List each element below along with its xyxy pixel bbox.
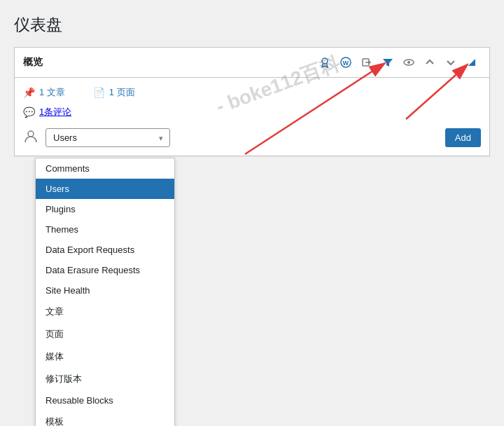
pin-icon: 📌 [23, 87, 35, 98]
widget-container: 概览 W [14, 47, 490, 156]
dropdown-item[interactable]: Reusable Blocks [36, 390, 174, 411]
svg-point-8 [28, 131, 34, 137]
pages-stat: 📄 1 页面 [93, 86, 135, 99]
svg-text:W: W [343, 60, 349, 67]
stats-row: 📌 1 文章 📄 1 页面 [23, 86, 481, 99]
filter-icon[interactable] [379, 53, 397, 71]
dropdown-item[interactable]: Comments [36, 158, 174, 179]
page-title: 仪表盘 [14, 14, 490, 36]
chevron-up-icon[interactable] [421, 53, 439, 71]
dropdown-item[interactable]: Users [36, 179, 174, 199]
dropdown-item[interactable]: Themes [36, 219, 174, 240]
dropdown-item[interactable]: 文章 [36, 301, 174, 323]
pages-link[interactable]: 1 页面 [109, 86, 135, 99]
wordpress-icon[interactable]: W [337, 53, 355, 71]
comments-stat: 💬 1条评论 [23, 106, 481, 118]
comments-link[interactable]: 1条评论 [39, 106, 71, 118]
posts-link[interactable]: 1 文章 [39, 86, 65, 99]
exit-icon[interactable] [358, 53, 376, 71]
dropdown-item[interactable]: Data Export Requests [36, 240, 174, 260]
role-select-wrapper: CommentsUsersPluginsThemesData Export Re… [46, 128, 170, 147]
eye-icon[interactable] [400, 53, 418, 71]
dropdown-item[interactable]: Site Health [36, 280, 174, 301]
svg-marker-7 [468, 59, 475, 66]
dropdown-item[interactable]: 修订版本 [36, 368, 174, 390]
svg-point-6 [407, 61, 410, 64]
widget-toolbar: W [316, 53, 481, 71]
dropdown-item[interactable]: 页面 [36, 323, 174, 345]
posts-stat: 📌 1 文章 [23, 86, 65, 99]
chevron-down-icon[interactable] [442, 53, 460, 71]
dropdown-menu: CommentsUsersPluginsThemesData Export Re… [35, 158, 175, 426]
widget-title: 概览 [23, 56, 43, 69]
widget-body: 📌 1 文章 📄 1 页面 💬 1条评论 CommentsUsersPl [15, 78, 489, 156]
page-icon: 📄 [93, 87, 105, 98]
comment-icon: 💬 [23, 106, 35, 118]
dropdown-item[interactable]: Plugins [36, 199, 174, 219]
dropdown-item[interactable]: Data Erasure Requests [36, 260, 174, 280]
expand-icon[interactable] [463, 53, 481, 71]
widget-header: 概览 W [15, 48, 489, 78]
role-select[interactable]: CommentsUsersPluginsThemesData Export Re… [46, 128, 170, 147]
svg-point-0 [322, 58, 328, 64]
award-icon[interactable] [316, 53, 334, 71]
add-row: CommentsUsersPluginsThemesData Export Re… [23, 128, 481, 147]
user-avatar-icon [23, 128, 38, 147]
dropdown-item[interactable]: 模板 [36, 411, 174, 426]
dropdown-item[interactable]: 媒体 [36, 345, 174, 368]
add-button[interactable]: Add [445, 128, 481, 147]
